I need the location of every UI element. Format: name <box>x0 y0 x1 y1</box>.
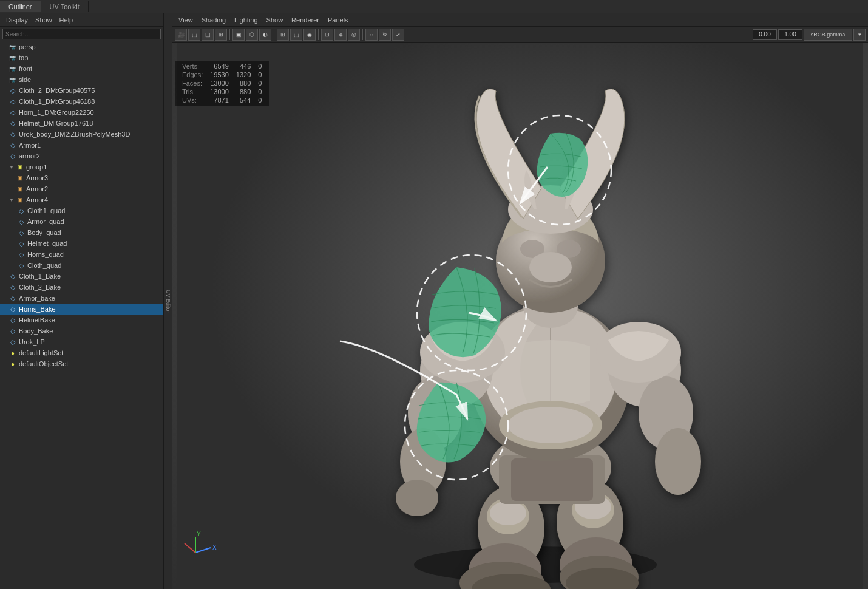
tree-item-helmetdm[interactable]: ◇ Helmet_DM:Group17618 <box>0 118 163 129</box>
poly-btn[interactable]: ⬡ <box>246 29 258 41</box>
svg-point-11 <box>490 501 526 525</box>
search-bar <box>0 27 163 41</box>
tris-val2: 880 <box>232 87 254 96</box>
colorspace-btn[interactable]: sRGB gamma <box>804 29 852 41</box>
camera-icon: 📷 <box>8 53 17 62</box>
item-label: Cloth_1_DM:Group46188 <box>19 98 95 105</box>
tree-item-horn1dm[interactable]: ◇ Horn_1_DM:Group22250 <box>0 107 163 118</box>
tab-outliner[interactable]: Outliner <box>0 1 41 12</box>
tree-item-cloth1dm[interactable]: ◇ Cloth_1_DM:Group46188 <box>0 96 163 107</box>
outliner-display-menu[interactable]: Display <box>4 16 30 24</box>
mesh-icon: ◇ <box>17 239 25 248</box>
view2-btn[interactable]: ◫ <box>202 29 214 41</box>
item-label: Body_quad <box>27 229 61 236</box>
mesh-icon: ◇ <box>8 327 17 335</box>
tree-item-cloth2bake[interactable]: ◇ Cloth_2_Bake <box>0 282 163 293</box>
mesh-icon: ◇ <box>8 141 17 149</box>
tree-item-uroklp[interactable]: ◇ Urok_LP <box>0 336 163 347</box>
tree-item-bodyquad[interactable]: ◇ Body_quad <box>0 227 163 238</box>
panels-menu[interactable]: Panels <box>324 16 352 24</box>
viewport-canvas[interactable]: Verts: 6549 446 0 Edges: 19530 1320 0 Fa… <box>172 43 868 589</box>
shading-menu[interactable]: Shading <box>198 16 229 24</box>
tree-item-cloth1quad[interactable]: ◇ Cloth1_quad <box>0 205 163 216</box>
verts-label: Verts: <box>178 62 206 70</box>
tree-item-helmetbake[interactable]: ◇ HelmetBake <box>0 315 163 325</box>
tree-item-armor1[interactable]: ◇ Armor1 <box>0 140 163 151</box>
tree-item-armor4[interactable]: ▼ ▣ Armor4 <box>0 194 163 205</box>
rotate-btn[interactable]: ↻ <box>379 29 391 41</box>
camera-icon: 📷 <box>8 64 17 73</box>
tree-item-armorquad[interactable]: ◇ Armor_quad <box>0 216 163 227</box>
mesh-icon: ◇ <box>8 119 17 128</box>
tree-item-side[interactable]: 📷 side <box>0 74 163 85</box>
transform-btn[interactable]: ↔ <box>365 29 378 41</box>
tree-item-top[interactable]: 📷 top <box>0 52 163 63</box>
tab-uv-toolkit[interactable]: UV Toolkit <box>41 1 89 12</box>
outliner-show-menu[interactable]: Show <box>33 16 55 24</box>
tree-item-group1[interactable]: ▼ ▣ group1 <box>0 162 163 172</box>
grid-btn[interactable]: ⊞ <box>277 29 289 41</box>
colorspace-dropdown[interactable]: ▾ <box>853 29 866 41</box>
item-label: defaultLightSet <box>19 349 63 356</box>
outliner-list[interactable]: 📷 persp 📷 top 📷 front 📷 side ◇ Cloth_2_ <box>0 41 163 589</box>
search-input[interactable] <box>2 29 161 39</box>
val2-input[interactable] <box>778 29 802 40</box>
tree-item-front[interactable]: 📷 front <box>0 63 163 74</box>
item-label: Helmet_DM:Group17618 <box>19 120 93 127</box>
tree-item-hornsquad[interactable]: ◇ Horns_quad <box>0 249 163 260</box>
select-btn[interactable]: ▣ <box>232 29 245 41</box>
tree-item-defaultlightset[interactable]: ● defaultLightSet <box>0 347 163 358</box>
tree-item-defaultobjectset[interactable]: ● defaultObjectSet <box>0 358 163 369</box>
tree-item-armor2[interactable]: ▶ ▣ Armor2 <box>0 183 163 194</box>
viewport-toolbar: 🎥 ⬚ ◫ ⊞ ▣ ⬡ ◐ ⊞ ⬚ ◉ ⊡ ◈ ◎ ↔ ↻ ⤢ sRGB gam… <box>172 27 868 43</box>
item-label: armor2 <box>19 152 40 160</box>
item-label: top <box>19 54 28 61</box>
camera-btn[interactable]: 🎥 <box>175 29 187 41</box>
display-btn[interactable]: ◈ <box>334 29 347 41</box>
faces-val3: 0 <box>254 79 265 87</box>
item-label: Horns_quad <box>27 251 64 258</box>
item-label: Armor4 <box>26 196 48 203</box>
tree-item-bodybake[interactable]: ◇ Body_Bake <box>0 325 163 336</box>
tree-item-armor3[interactable]: ▶ ▣ Armor3 <box>0 172 163 183</box>
xray-btn[interactable]: ⊡ <box>321 29 333 41</box>
mesh-icon: ◇ <box>8 130 17 138</box>
tree-item-armorbake[interactable]: ◇ Armor_bake <box>0 293 163 304</box>
tree-item-cloth1bake[interactable]: ◇ Cloth_1_Bake <box>0 271 163 282</box>
tree-item-cloth2dm[interactable]: ◇ Cloth_2_DM:Group40575 <box>0 85 163 96</box>
svg-point-24 <box>529 252 572 282</box>
item-label: Cloth_1_Bake <box>19 273 61 280</box>
wire-btn[interactable]: ⬚ <box>290 29 302 41</box>
tree-item-persp[interactable]: 📷 persp <box>0 41 163 52</box>
expand-icon: ▼ <box>8 197 15 203</box>
item-label: Armor_quad <box>27 218 64 225</box>
shade-btn[interactable]: ◐ <box>259 29 271 41</box>
outliner-help-menu[interactable]: Help <box>57 16 76 24</box>
render-btn[interactable]: ◎ <box>348 29 360 41</box>
mesh-icon: ◇ <box>17 206 25 215</box>
tree-item-armor2lower[interactable]: ◇ armor2 <box>0 151 163 162</box>
snap-btn[interactable]: ⊞ <box>215 29 227 41</box>
tree-item-cloth1quad2[interactable]: ◇ Cloth_quad <box>0 260 163 271</box>
mesh-icon: ◇ <box>8 338 17 346</box>
item-label: Helmet_quad <box>27 240 67 247</box>
view-btn[interactable]: ⬚ <box>188 29 200 41</box>
light-icon: ● <box>8 359 17 368</box>
smooth-btn[interactable]: ◉ <box>303 29 316 41</box>
tree-item-urokbody[interactable]: ◇ Urok_body_DM2:ZBrushPolyMesh3D <box>0 129 163 140</box>
verts-val1: 6549 <box>206 62 232 70</box>
item-label: Armor2 <box>26 185 48 192</box>
renderer-menu[interactable]: Renderer <box>288 16 323 24</box>
item-label: Body_Bake <box>19 327 53 335</box>
view-menu[interactable]: View <box>175 16 197 24</box>
show-menu[interactable]: Show <box>263 16 287 24</box>
tree-item-helmetquad[interactable]: ◇ Helmet_quad <box>0 238 163 249</box>
lighting-menu[interactable]: Lighting <box>231 16 262 24</box>
edges-val3: 0 <box>254 70 265 79</box>
mesh-icon: ◇ <box>8 86 17 95</box>
mesh-icon: ◇ <box>17 228 25 237</box>
val1-input[interactable] <box>753 29 777 40</box>
camera-icon: 📷 <box>8 75 17 84</box>
scale-btn[interactable]: ⤢ <box>392 29 404 41</box>
tree-item-hornsbake[interactable]: ◇ Horns_Bake <box>0 304 163 315</box>
